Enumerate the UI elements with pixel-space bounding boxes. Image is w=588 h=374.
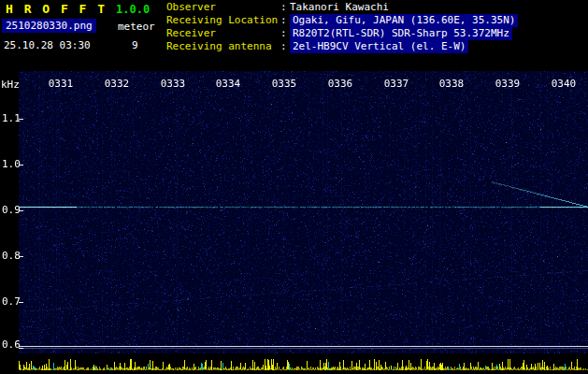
station-info: Observer : Takanori Kawachi Receiving Lo…: [166, 1, 518, 53]
info-value: Takanori Kawachi: [290, 1, 389, 14]
info-value: Ogaki, Gifu, JAPAN (136.60E, 35.35N): [290, 14, 518, 27]
time-label: 0332: [105, 79, 130, 90]
info-row-antenna: Receiving antenna : 2el-HB9CV Vertical (…: [166, 40, 518, 53]
spectrogram-canvas: [19, 71, 588, 353]
info-row-observer: Observer : Takanori Kawachi: [166, 1, 518, 14]
freq-label: 0.8: [2, 251, 21, 262]
observation-datetime: 25.10.28 03:30: [4, 39, 91, 51]
signal-strength-strip-canvas: [19, 355, 588, 370]
time-label: 0334: [216, 79, 241, 90]
time-label: 0336: [328, 79, 353, 90]
time-label: 0333: [161, 79, 186, 90]
info-value: R820T2(RTL-SDR) SDR-Sharp 53.372MHz: [290, 27, 512, 40]
freq-label: 0.6: [2, 339, 21, 351]
info-separator: :: [280, 27, 290, 40]
info-label: Observer: [166, 1, 280, 14]
time-label: 0340: [552, 79, 577, 90]
app-title: H R O F F T: [6, 2, 107, 16]
time-label: 0338: [439, 79, 465, 90]
info-separator: :: [280, 1, 290, 14]
freq-label: 1.1: [2, 113, 21, 124]
info-separator: :: [280, 14, 290, 27]
freq-label: 0.9: [2, 205, 21, 216]
time-label: 0337: [384, 79, 409, 90]
info-label: Receiver: [166, 27, 280, 40]
app-version: 1.0.0: [116, 3, 150, 16]
freq-label: 0.7: [2, 296, 21, 308]
time-label: 0335: [272, 79, 297, 90]
time-label: 0339: [495, 79, 521, 90]
info-separator: :: [280, 40, 290, 53]
output-filename: 2510280330.png: [2, 19, 96, 33]
info-row-location: Receiving Location : Ogaki, Gifu, JAPAN …: [166, 14, 518, 27]
info-value: 2el-HB9CV Vertical (el. E-W): [290, 40, 468, 53]
observation-mode: meteor: [118, 21, 155, 33]
freq-axis-unit: kHz: [1, 79, 20, 91]
info-label: Receiving Location: [166, 14, 280, 27]
hrofft-window: H R O F F T 1.0.0 2510280330.png meteor …: [0, 0, 588, 374]
echo-count: 9: [132, 39, 138, 51]
time-label: 0331: [49, 79, 74, 90]
freq-label: 1.0: [2, 159, 21, 170]
info-row-receiver: Receiver : R820T2(RTL-SDR) SDR-Sharp 53.…: [166, 27, 518, 40]
info-label: Receiving antenna: [166, 40, 280, 53]
